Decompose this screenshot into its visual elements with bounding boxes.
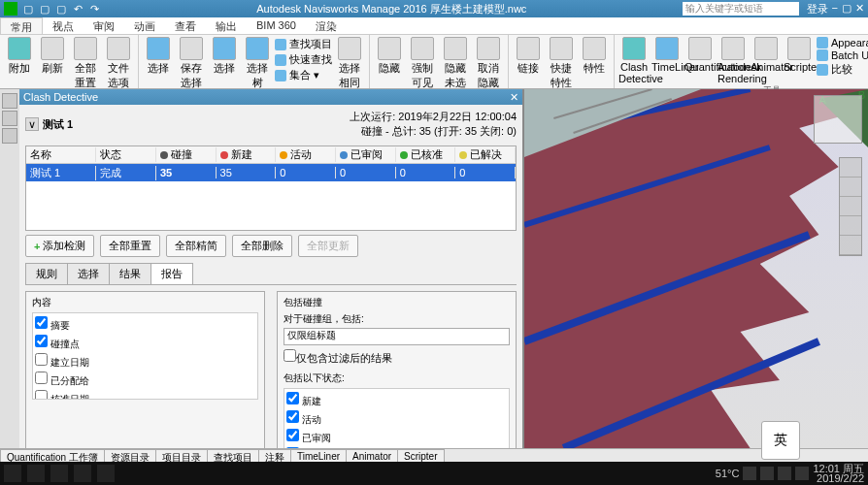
filter-only-checkbox[interactable]: 仅包含过滤后的结果 xyxy=(284,352,392,364)
tab-viewpoint[interactable]: 视点 xyxy=(43,17,83,34)
add-test-button[interactable]: +添加检测 xyxy=(25,235,94,257)
save-selection-button[interactable]: 保存选择 xyxy=(176,37,207,90)
expand-test-icon[interactable]: ∨ xyxy=(25,117,39,131)
compact-all-button[interactable]: 全部精简 xyxy=(166,235,226,257)
content-checkbox[interactable]: 碰撞点 xyxy=(35,334,255,352)
tray-icon[interactable] xyxy=(795,467,809,480)
col-name[interactable]: 名称 xyxy=(26,147,96,162)
windows-taskbar: 51°C 12:01 周五 2019/2/22 xyxy=(0,462,868,485)
col-status[interactable]: 状态 xyxy=(96,147,156,162)
tab-view[interactable]: 查看 xyxy=(165,17,206,34)
tab-output[interactable]: 输出 xyxy=(206,17,247,34)
table-row[interactable]: 测试 1 完成 35 35 0 0 0 0 xyxy=(26,164,516,181)
content-checkbox[interactable]: 摘要 xyxy=(35,315,255,334)
task-icon[interactable] xyxy=(97,465,115,482)
viewcube[interactable] xyxy=(814,95,862,144)
col-resolved[interactable]: 已解决 xyxy=(455,147,516,162)
status-checkbox[interactable]: 已核准 xyxy=(286,446,507,448)
batch-utility-button[interactable]: Batch Utility xyxy=(817,49,868,61)
clash-detective-panel: Clash Detective ✕ ∨ 测试 1 上次运行: 2019年2月22… xyxy=(19,89,524,448)
app-icon xyxy=(4,2,17,16)
start-button[interactable] xyxy=(4,465,21,482)
tray-icon[interactable] xyxy=(760,467,774,480)
close-icon[interactable]: ✕ xyxy=(855,2,864,16)
qat-new-icon[interactable]: ▢ xyxy=(21,2,35,16)
task-icon[interactable] xyxy=(74,465,91,482)
attach-button[interactable]: 附加 xyxy=(4,37,35,76)
ribbon-tabs: 常用 视点 审阅 动画 查看 输出 BIM 360 渲染 xyxy=(0,17,868,35)
col-approved[interactable]: 已核准 xyxy=(396,147,456,162)
reset-all-button[interactable]: 全部重置 xyxy=(70,37,101,90)
refresh-button[interactable]: 刷新 xyxy=(37,37,68,76)
group-mode-select[interactable]: 仅限组标题 xyxy=(284,328,510,345)
qat-save-icon[interactable]: ▢ xyxy=(54,2,68,16)
panel-title: Clash Detective xyxy=(23,91,98,103)
task-icon[interactable] xyxy=(27,465,45,482)
clash-detective-button[interactable]: Clash Detective xyxy=(618,37,650,84)
tool-3[interactable] xyxy=(2,128,17,144)
delete-all-button[interactable]: 全部删除 xyxy=(232,235,292,257)
col-clashes[interactable]: 碰撞 xyxy=(156,147,217,162)
selection-tree-button[interactable]: 选择树 xyxy=(242,37,273,90)
tray-icon[interactable] xyxy=(743,467,756,480)
appearance-profiler-button[interactable]: Appearance Profiler xyxy=(817,37,868,48)
hide-button[interactable]: 隐藏 xyxy=(374,37,405,76)
task-icon[interactable] xyxy=(50,465,68,482)
qat-open-icon[interactable]: ▢ xyxy=(38,2,51,16)
col-reviewed[interactable]: 已审阅 xyxy=(336,147,396,162)
file-options-button[interactable]: 文件选项 xyxy=(103,37,134,90)
links-button[interactable]: 链接 xyxy=(513,37,544,76)
quantification-button[interactable]: Quantification xyxy=(684,37,716,73)
tool-1[interactable] xyxy=(2,93,17,109)
properties-button[interactable]: 特性 xyxy=(579,37,610,76)
select-same-button[interactable]: 选择 xyxy=(209,37,240,76)
qat-redo-icon[interactable]: ↷ xyxy=(87,2,101,16)
clock[interactable]: 12:01 周五 2019/2/22 xyxy=(813,464,864,483)
minimize-icon[interactable]: − xyxy=(832,2,838,16)
3d-viewport[interactable]: A B xyxy=(524,89,868,448)
content-checkbox[interactable]: 建立日期 xyxy=(35,352,255,371)
panel-close-icon[interactable]: ✕ xyxy=(510,91,518,104)
find-items-button[interactable]: 查找项目 xyxy=(275,37,332,51)
login-link[interactable]: 登录 xyxy=(807,2,828,16)
subtab-report[interactable]: 报告 xyxy=(150,263,193,284)
col-new[interactable]: 新建 xyxy=(217,147,277,162)
timeliner-button[interactable]: TimeLiner xyxy=(651,37,683,73)
navigation-bar[interactable] xyxy=(839,157,862,256)
scripter-button[interactable]: Scripter xyxy=(784,37,815,73)
tab-bim360[interactable]: BIM 360 xyxy=(247,17,306,34)
require-button[interactable]: 强制可见 xyxy=(407,37,438,90)
col-active[interactable]: 活动 xyxy=(276,147,336,162)
status-checkbox[interactable]: 新建 xyxy=(286,391,507,409)
compare-button[interactable]: 比较 xyxy=(817,62,868,77)
subtab-results[interactable]: 结果 xyxy=(109,263,151,284)
maximize-icon[interactable]: ▢ xyxy=(842,2,851,16)
help-search-input[interactable]: 输入关键字或短语 xyxy=(683,2,799,16)
content-checkbox[interactable]: 已分配给 xyxy=(35,371,255,389)
quick-props-button[interactable]: 快捷特性 xyxy=(546,37,577,90)
tab-review[interactable]: 审阅 xyxy=(83,17,124,34)
qat-undo-icon[interactable]: ↶ xyxy=(71,2,84,16)
reset-all-button[interactable]: 全部重置 xyxy=(100,235,160,257)
content-fieldset: 内容 摘要碰撞点建立日期已分配给核准日期核准者层名称项目路径项目 ID xyxy=(25,291,265,448)
clash-summary: 碰撞 - 总计: 35 (打开: 35 关闭: 0) xyxy=(350,124,517,139)
window-title: Autodesk Navisworks Manage 2016 厚生楼土建模型.… xyxy=(256,2,526,16)
tool-2[interactable] xyxy=(2,111,17,126)
tray-icon[interactable] xyxy=(778,467,791,480)
autodesk-rendering-button[interactable]: Autodesk Rendering xyxy=(718,37,749,84)
tab-home[interactable]: 常用 xyxy=(0,17,43,34)
tab-animation[interactable]: 动画 xyxy=(124,17,165,34)
select-button[interactable]: 选择 xyxy=(143,37,174,76)
status-checkbox[interactable]: 活动 xyxy=(286,409,507,428)
status-checkbox[interactable]: 已审阅 xyxy=(286,428,507,446)
ime-indicator[interactable]: 英 xyxy=(761,421,800,460)
tab-render[interactable]: 渲染 xyxy=(306,17,347,34)
animator-button[interactable]: Animator xyxy=(751,37,782,73)
temperature: 51°C xyxy=(716,468,740,479)
sets-button[interactable]: 集合 ▾ xyxy=(275,68,332,82)
content-checkbox[interactable]: 核准日期 xyxy=(35,389,255,400)
update-all-button[interactable]: 全部更新 xyxy=(298,235,358,257)
quick-find-input[interactable]: 快速查找 xyxy=(275,52,332,67)
subtab-select[interactable]: 选择 xyxy=(67,263,110,284)
subtab-rules[interactable]: 规则 xyxy=(25,263,68,284)
